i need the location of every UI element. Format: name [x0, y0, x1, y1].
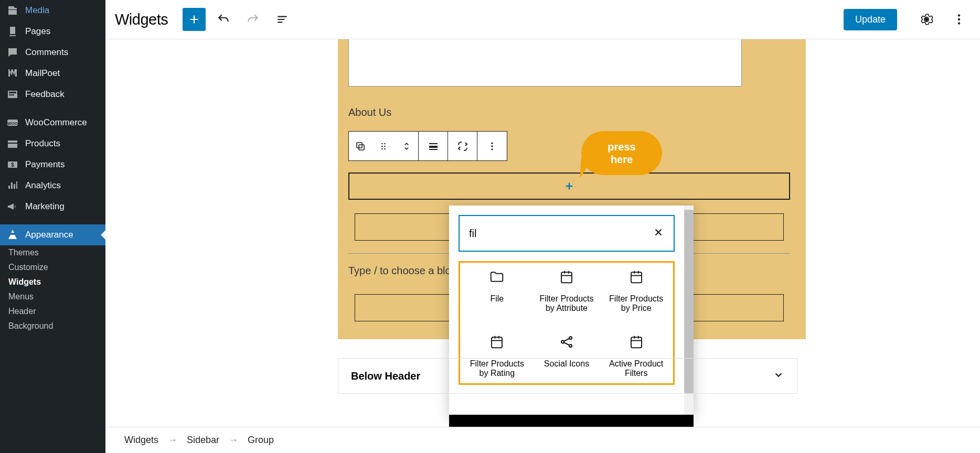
inserter-search-input[interactable] — [469, 228, 653, 240]
breadcrumb-separator: → — [168, 435, 177, 446]
move-updown-button[interactable] — [395, 132, 418, 160]
widget-area-below-header[interactable]: Below Header — [338, 358, 797, 394]
sidebar-item-pages[interactable]: Pages — [0, 21, 105, 42]
svg-point-6 — [958, 18, 960, 20]
sidebar-sub-customize[interactable]: Customize — [0, 260, 105, 275]
sidebar-item-label: Comments — [25, 47, 68, 58]
products-icon — [6, 137, 19, 150]
breadcrumb: Widgets → Sidebar → Group — [105, 427, 980, 453]
block-type-button[interactable] — [349, 132, 372, 160]
sidebar-item-label: MailPoet — [25, 68, 60, 79]
sidebar-item-label: Payments — [25, 159, 65, 170]
svg-point-13 — [384, 145, 386, 147]
svg-point-10 — [381, 143, 383, 144]
clear-search-icon[interactable] — [653, 226, 664, 240]
sidebar-item-marketing[interactable]: Marketing — [0, 196, 105, 217]
sidebar-item-feedback[interactable]: Feedback — [0, 84, 105, 105]
sidebar-item-label: Appearance — [25, 230, 73, 240]
add-block-button[interactable] — [183, 8, 206, 31]
svg-rect-28 — [631, 337, 642, 348]
sidebar-item-analytics[interactable]: Analytics — [0, 175, 105, 196]
svg-point-26 — [569, 337, 572, 339]
update-button[interactable]: Update — [844, 9, 897, 30]
svg-text:$: $ — [11, 162, 14, 168]
svg-rect-8 — [357, 143, 362, 148]
search-block-input[interactable] — [348, 39, 742, 87]
svg-point-4 — [925, 18, 929, 21]
sidebar-item-mailpoet[interactable]: MailPoet — [0, 63, 105, 84]
widget-area-title: Below Header — [351, 370, 420, 382]
block-option-filter-price[interactable]: Filter Products by Price — [601, 269, 671, 313]
feedback-icon — [6, 88, 19, 101]
svg-point-7 — [958, 22, 960, 24]
block-appender[interactable] — [348, 172, 790, 200]
svg-point-11 — [384, 143, 386, 144]
woo-icon: WOO — [6, 116, 19, 129]
svg-rect-9 — [359, 145, 364, 150]
analytics-icon — [6, 179, 19, 192]
inserter-search[interactable] — [459, 215, 675, 252]
undo-button[interactable] — [212, 8, 235, 31]
align-button[interactable] — [419, 132, 448, 160]
sidebar-item-payments[interactable]: $ Payments — [0, 154, 105, 175]
sidebar-item-label: Marketing — [25, 201, 65, 212]
svg-rect-16 — [429, 143, 438, 144]
calendar-icon — [559, 269, 574, 287]
block-option-label: File — [490, 294, 504, 304]
sidebar-item-appearance[interactable]: Appearance — [0, 224, 105, 245]
media-icon — [6, 4, 19, 17]
svg-point-27 — [569, 344, 572, 347]
folder-icon — [489, 269, 505, 287]
breadcrumb-separator: → — [229, 435, 238, 446]
sidebar-sub-background[interactable]: Background — [0, 319, 105, 333]
pages-icon — [6, 25, 19, 38]
sidebar-item-woocommerce[interactable]: WOO WooCommerce — [0, 112, 105, 133]
transform-button[interactable] — [448, 132, 477, 160]
svg-point-12 — [381, 145, 383, 147]
comments-icon — [6, 46, 19, 59]
tutorial-callout: presshere — [581, 131, 662, 175]
sidebar-item-products[interactable]: Products — [0, 133, 105, 154]
breadcrumb-item[interactable]: Group — [248, 435, 274, 446]
sidebar-sub-menus[interactable]: Menus — [0, 289, 105, 304]
sidebar-item-label: Pages — [25, 26, 50, 37]
svg-point-21 — [491, 148, 493, 150]
more-options-button[interactable] — [947, 8, 971, 31]
block-option-label: Filter Products by Attribute — [535, 294, 599, 313]
sidebar-item-label: WooCommerce — [25, 117, 87, 128]
main-area: Widgets Update — [105, 0, 980, 453]
svg-point-15 — [384, 148, 386, 149]
svg-point-19 — [491, 142, 493, 144]
admin-sidebar: Media Pages Comments MailPoet Feedback W… — [0, 0, 105, 453]
list-view-button[interactable] — [271, 8, 294, 31]
block-option-filter-attribute[interactable]: Filter Products by Attribute — [532, 269, 602, 313]
heading-about-us[interactable]: About Us — [348, 106, 391, 118]
svg-point-25 — [561, 341, 564, 343]
sidebar-sub-widgets[interactable]: Widgets — [0, 275, 105, 289]
sidebar-item-media[interactable]: Media — [0, 0, 105, 21]
block-option-label: Filter Products by Price — [604, 294, 668, 313]
block-more-button[interactable] — [477, 132, 507, 160]
sidebar-item-comments[interactable]: Comments — [0, 42, 105, 63]
editor-topbar: Widgets Update — [105, 0, 980, 39]
payments-icon: $ — [6, 158, 19, 171]
drag-handle[interactable] — [372, 132, 395, 160]
sidebar-item-label: Products — [25, 138, 60, 149]
breadcrumb-item[interactable]: Widgets — [124, 435, 158, 446]
svg-rect-24 — [492, 337, 502, 348]
sidebar-sub-themes[interactable]: Themes — [0, 245, 105, 260]
sidebar-sub-header[interactable]: Header — [0, 304, 105, 319]
svg-point-5 — [958, 14, 960, 16]
svg-rect-18 — [429, 149, 438, 150]
sidebar-item-label: Feedback — [25, 89, 65, 100]
paragraph-placeholder[interactable]: Type / to choose a blo — [348, 265, 451, 277]
calendar-icon — [629, 334, 644, 352]
breadcrumb-item[interactable]: Sidebar — [187, 435, 219, 446]
svg-point-20 — [491, 145, 493, 147]
settings-button[interactable] — [915, 8, 938, 31]
sidebar-item-label: Media — [25, 5, 49, 16]
redo-button[interactable] — [241, 8, 264, 31]
svg-rect-23 — [631, 272, 642, 283]
block-option-file[interactable]: File — [462, 269, 532, 313]
sidebar-item-label: Analytics — [25, 180, 61, 191]
